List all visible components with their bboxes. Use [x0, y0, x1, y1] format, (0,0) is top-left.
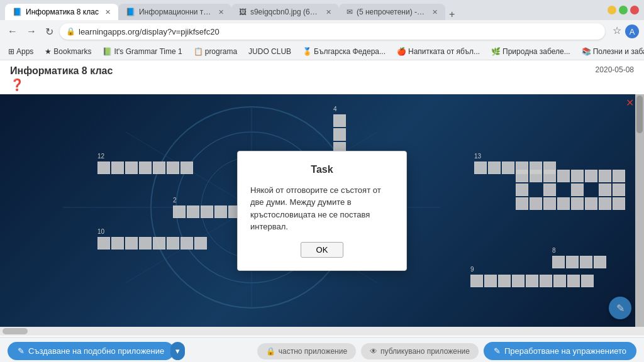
horizontal-scroll-thumb[interactable] — [3, 328, 28, 334]
tab2-favicon: 📘 — [126, 8, 135, 16]
useful-icon: 📚 — [582, 47, 591, 56]
apps-icon: ⊞ — [8, 47, 14, 56]
reload-button[interactable]: ↻ — [43, 25, 56, 39]
forward-button[interactable]: → — [24, 25, 39, 38]
private-app-button[interactable]: 🔒 частно приложение — [257, 343, 356, 359]
tab-image[interactable]: 🖼 s9eigqcbn0.jpg (640×439) ✕ — [231, 4, 339, 20]
address-text: learningapps.org/display?v=pjikfsefc20 — [79, 27, 599, 36]
bookmark-useful-label: Полезни и забавн... — [593, 47, 644, 56]
tab1-close[interactable]: ✕ — [105, 8, 111, 16]
minimize-button[interactable] — [608, 6, 616, 14]
bookmark-apple-label: Напитката от ябъл... — [408, 47, 480, 56]
public-label: публикувано приложение — [380, 347, 470, 356]
close-button[interactable] — [630, 6, 639, 14]
bookmarks-bar: ⊞ Apps ★ Bookmarks 📗 It's Grammar Time 1… — [0, 43, 644, 60]
grammar-icon: 📗 — [103, 47, 112, 56]
help-icon[interactable]: ❓ — [10, 78, 113, 92]
dialog-title: Task — [250, 164, 394, 175]
tab2-label: Информационни технологии 7 к... — [139, 8, 212, 16]
create-icon: ✎ — [18, 346, 25, 356]
create-similar-button[interactable]: ✎ Създаване на подобно приложение — [8, 342, 174, 360]
tab4-label: (5 непрочетени) - АБВ поща — [357, 8, 426, 16]
bookmark-bookmarks[interactable]: ★ Bookmarks — [42, 46, 94, 57]
page-title-area: Информатика 8 клас ❓ — [10, 65, 113, 92]
bookmark-apple[interactable]: 🍎 Напитката от ябъл... — [394, 46, 483, 57]
back-button[interactable]: ← — [5, 25, 20, 38]
address-bar[interactable]: 🔒 learningapps.org/display?v=pjikfsefc20 — [60, 23, 605, 40]
bookmark-grammar[interactable]: 📗 It's Grammar Time 1 — [99, 46, 185, 57]
bookmark-apps[interactable]: ⊞ Apps — [5, 46, 36, 57]
profile-icon[interactable]: A — [625, 25, 639, 38]
create-label: Създаване на подобно приложение — [28, 346, 164, 356]
public-app-button[interactable]: 👁 публикувано приложение — [361, 343, 479, 359]
edit-exercise-button[interactable]: ✎ Преработване на упражнението — [484, 342, 636, 360]
bookmark-judo[interactable]: JUDO CLUB — [245, 46, 294, 57]
bookmark-bookmarks-label: Bookmarks — [53, 47, 91, 56]
tab2-close[interactable]: ✕ — [218, 8, 224, 16]
browser-chrome: 📘 Информатика 8 клас ✕ 📘 Информационни т… — [0, 0, 644, 60]
tabs-bar: 📘 Информатика 8 клас ✕ 📘 Информационни т… — [5, 0, 455, 20]
private-label: частно приложение — [279, 347, 347, 356]
bookmark-programa[interactable]: 📋 programa — [191, 46, 240, 57]
edit-icon: ✎ — [494, 346, 501, 356]
bookmark-star-icon[interactable]: ☆ — [613, 25, 621, 38]
bg-fed-icon: 🏅 — [303, 47, 312, 56]
page-content: Информатика 8 клас ❓ 2020-05-08 4 — [0, 60, 644, 337]
bookmark-programa-label: programa — [205, 47, 237, 56]
tab-abv[interactable]: ✉ (5 непрочетени) - АБВ поща ✕ — [339, 4, 445, 20]
bookmark-nature[interactable]: 🌿 Природна забеле... — [488, 46, 574, 57]
page-title: Информатика 8 клас — [10, 65, 113, 77]
tab4-favicon: ✉ — [347, 8, 353, 16]
dialog-overlay: Task Някой от отговорите се състоят от д… — [0, 94, 644, 327]
right-action-buttons: 🔒 частно приложение 👁 публикувано прилож… — [257, 342, 636, 360]
tab1-favicon: 📘 — [13, 8, 22, 16]
lock-icon: 🔒 — [66, 27, 75, 36]
tab3-favicon: 🖼 — [239, 8, 247, 16]
tab3-close[interactable]: ✕ — [326, 8, 331, 16]
bookmark-bg-fed[interactable]: 🏅 Българска Федера... — [299, 46, 389, 57]
create-dropdown-button[interactable]: ▾ — [170, 342, 185, 360]
create-btn-group: ✎ Създаване на подобно приложение ▾ — [8, 342, 185, 360]
browser-actions: ☆ A — [613, 25, 639, 38]
tab4-close[interactable]: ✕ — [432, 8, 438, 16]
crossword-area: 4 12 — [0, 94, 644, 327]
bookmark-bg-fed-label: Българска Федера... — [314, 47, 386, 56]
bookmark-nature-label: Природна забеле... — [502, 47, 570, 56]
private-icon: 🔒 — [266, 347, 275, 356]
page-date: 2020-05-08 — [596, 65, 634, 74]
tab1-label: Информатика 8 клас — [26, 8, 99, 16]
tab-informatika[interactable]: 📘 Информатика 8 клас ✕ — [5, 4, 118, 20]
ok-button[interactable]: OK — [301, 242, 344, 258]
title-bar: 📘 Информатика 8 клас ✕ 📘 Информационни т… — [0, 0, 644, 20]
dialog-footer: OK — [250, 242, 394, 258]
bookmark-grammar-label: It's Grammar Time 1 — [114, 47, 182, 56]
public-icon: 👁 — [370, 347, 377, 356]
window-controls — [608, 6, 639, 14]
new-tab-button[interactable]: + — [449, 9, 455, 20]
maximize-button[interactable] — [619, 6, 628, 14]
star-icon: ★ — [45, 47, 52, 56]
task-dialog: Task Някой от отговорите се състоят от д… — [237, 151, 407, 271]
page-header: Информатика 8 клас ❓ 2020-05-08 — [0, 60, 644, 94]
dialog-body: Някой от отговорите се състоят от две ду… — [250, 184, 394, 233]
tab3-label: s9eigqcbn0.jpg (640×439) — [250, 8, 319, 16]
edit-label: Преработване на упражнението — [504, 346, 626, 356]
horizontal-scrollbar — [0, 327, 644, 336]
nature-icon: 🌿 — [491, 47, 501, 56]
bottom-bar: ✎ Създаване на подобно приложение ▾ 🔒 ча… — [0, 337, 644, 362]
bookmark-judo-label: JUDO CLUB — [248, 47, 291, 56]
bookmark-useful[interactable]: 📚 Полезни и забавн... — [579, 46, 644, 57]
apple-icon: 🍎 — [397, 47, 406, 56]
tab-infotehnologii[interactable]: 📘 Информационни технологии 7 к... ✕ — [118, 4, 231, 20]
bookmark-apps-label: Apps — [16, 47, 33, 56]
programa-icon: 📋 — [194, 47, 203, 56]
address-row: ← → ↻ 🔒 learningapps.org/display?v=pjikf… — [0, 20, 644, 43]
